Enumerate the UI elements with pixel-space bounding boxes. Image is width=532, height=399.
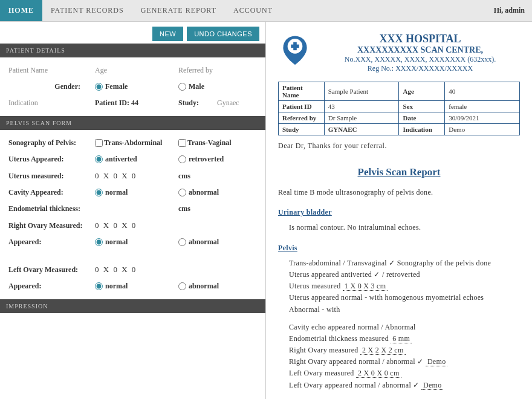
endometrial-label: Endometrial thickness: <box>8 204 90 213</box>
topbar: HOME PATIENT RECORDS GENERATE REPORT ACC… <box>0 0 532 22</box>
gender-label: Gender: <box>8 82 90 91</box>
right-ovary-label: Right Ovary Measured: <box>8 221 90 230</box>
endometrial-unit: cms <box>178 204 257 213</box>
new-button[interactable]: NEW <box>152 27 183 41</box>
uterus-measured-value[interactable]: 0 X 0 X 0 <box>95 171 174 181</box>
right-normal-radio[interactable] <box>95 238 103 246</box>
right-appeared-label: Appeared: <box>8 238 90 247</box>
tbl-sex-val: female <box>445 101 520 112</box>
pelvis-l4: Uterus appeared normal - with homogenous… <box>289 292 520 303</box>
gender-female-radio[interactable] <box>95 83 103 91</box>
study-label: Study: <box>178 99 199 108</box>
uterus-measured-label: Uterus measured: <box>8 172 90 181</box>
nav-home[interactable]: HOME <box>0 0 42 21</box>
pelvis-l2: Uterus appeared antiverted ✓ / retrovert… <box>289 269 520 281</box>
tbl-study-lbl: Study <box>279 124 325 135</box>
left-ovary-value[interactable]: 0 X 0 X 0 <box>95 265 174 274</box>
pelvis-l9: Right Ovary appeared normal / abnormal ✓… <box>289 356 520 368</box>
tbl-ref-val: Dr Sample <box>324 112 399 124</box>
hospital-name: XXX HOSPITAL <box>320 33 520 45</box>
left-panel: NEW UNDO CHANGES PATIENT DETAILS Patient… <box>0 22 266 399</box>
tbl-ref-lbl: Referred by <box>279 112 325 124</box>
tbl-name-val: Sample Patient <box>324 82 399 101</box>
study-value: Gynaec <box>217 99 239 108</box>
gender-male-radio[interactable] <box>178 83 186 91</box>
pelvis-l6: Cavity echo appeared normal / Abnormal <box>289 322 520 333</box>
patient-name-label: Patient Name <box>8 66 90 75</box>
left-abnormal-radio[interactable] <box>178 282 186 290</box>
indication-label: Indication <box>8 99 90 108</box>
reg-no: Reg No.: XXXX/XXXXX/XXXXX <box>320 64 520 73</box>
tbl-ind-lbl: Indication <box>399 124 445 135</box>
tbl-name-lbl: Patient Name <box>279 82 325 101</box>
tbl-id-lbl: Patient ID <box>279 101 325 112</box>
greeting-label: Hi, admin <box>494 6 525 15</box>
retroverted-radio[interactable] <box>178 155 186 163</box>
report-title: Pelvis Scan Report <box>278 166 520 178</box>
left-appeared-label: Appeared: <box>8 282 90 291</box>
tbl-id-val: 43 <box>324 101 399 112</box>
scan-centre-name: XXXXXXXXXX SCAN CENTRE, <box>320 45 520 55</box>
antiverted-radio[interactable] <box>95 155 103 163</box>
cavity-abnormal-label: abnormal <box>189 188 219 197</box>
bladder-text: Is normal contour. No intraluminal echoe… <box>289 222 520 233</box>
gender-male-label: Male <box>189 82 204 91</box>
pelvis-l11: Left Ovary appeared normal / abnormal ✓ … <box>289 380 520 391</box>
tbl-age-lbl: Age <box>399 82 445 101</box>
right-abnormal-radio[interactable] <box>178 238 186 246</box>
tbl-age-val: 40 <box>445 82 520 101</box>
nav-account[interactable]: ACCOUNT <box>225 0 281 21</box>
left-abnormal-label: abnormal <box>189 282 219 291</box>
trans-vaginal-checkbox[interactable] <box>178 139 186 147</box>
sonography-label: Sonography of Pelvis: <box>8 138 90 148</box>
patient-info-table: Patient Name Sample Patient Age 40 Patie… <box>278 82 520 135</box>
cavity-normal-radio[interactable] <box>95 189 103 196</box>
bladder-title: Urinary bladder <box>278 207 520 218</box>
trans-abdominal-checkbox[interactable] <box>95 139 103 147</box>
retroverted-label: retroverted <box>189 155 224 164</box>
patient-id-label: Patient ID: 44 <box>95 99 174 108</box>
undo-button[interactable]: UNDO CHANGES <box>187 27 259 41</box>
right-abnormal-label: abnormal <box>189 238 219 247</box>
age-label: Age <box>95 66 174 75</box>
left-normal-radio[interactable] <box>95 282 103 290</box>
trans-abdominal-label: Trans-Abdorminal <box>104 138 162 148</box>
antiverted-label: antiverted <box>105 155 137 164</box>
pelvis-l10: Left Ovary measured 2 X 0 X 0 cm <box>289 368 520 379</box>
cavity-appeared-label: Cavity Appeared: <box>8 188 90 197</box>
pelvis-l5: Abnormal - with <box>289 304 520 316</box>
tbl-study-val: GYNAEC <box>324 124 399 135</box>
right-ovary-value[interactable]: 0 X 0 X 0 <box>95 221 174 230</box>
hospital-logo-icon <box>278 33 312 66</box>
hospital-address: No.XXX, XXXXX, XXXX, XXXXXXX (632xxx). <box>320 55 520 64</box>
right-normal-label: normal <box>105 238 128 247</box>
cavity-abnormal-radio[interactable] <box>178 189 186 196</box>
referral-line: Dear Dr, Thanks for your referral. <box>278 141 520 151</box>
tbl-sex-lbl: Sex <box>399 101 445 112</box>
nav-generate-report[interactable]: GENERATE REPORT <box>132 0 225 21</box>
report-intro: Real time B mode ultrasonography of pelv… <box>278 187 520 198</box>
pelvis-title: Pelvis <box>278 242 520 254</box>
pelvis-l3: Uterus measured 1 X 0 X 3 cm <box>289 281 520 292</box>
left-normal-label: normal <box>105 282 128 291</box>
tbl-ind-val: Demo <box>445 124 520 135</box>
section-impression: IMPRESSION <box>0 299 265 313</box>
section-patient-details: PATIENT DETAILS <box>0 44 265 57</box>
pelvis-l8: Right Ovary measured 2 X 2 X 2 cm <box>289 345 520 356</box>
uterus-measured-unit: cms <box>178 172 257 181</box>
nav-patient-records[interactable]: PATIENT RECORDS <box>42 0 132 21</box>
left-ovary-label: Left Ovary Measured: <box>8 265 90 274</box>
gender-female-label: Female <box>105 82 128 91</box>
tbl-date-val: 30/09/2021 <box>445 112 520 124</box>
tbl-date-lbl: Date <box>399 112 445 124</box>
referred-by-label: Referred by <box>178 66 257 75</box>
section-pelvis-scan: PELVIS SCAN FORM <box>0 116 265 130</box>
pelvis-l7: Endometrial thickness measured 6 mm <box>289 333 520 345</box>
pelvis-l1: Trans-abdominal / Transvaginal ✓ Sonogra… <box>289 258 520 269</box>
trans-vaginal-label: Trans-Vaginal <box>187 138 232 148</box>
report-panel: XXX HOSPITAL XXXXXXXXXX SCAN CENTRE, No.… <box>266 22 532 399</box>
uterus-appeared-label: Uterus Appeared: <box>8 155 90 164</box>
svg-rect-2 <box>291 45 299 48</box>
cavity-normal-label: normal <box>105 188 128 197</box>
